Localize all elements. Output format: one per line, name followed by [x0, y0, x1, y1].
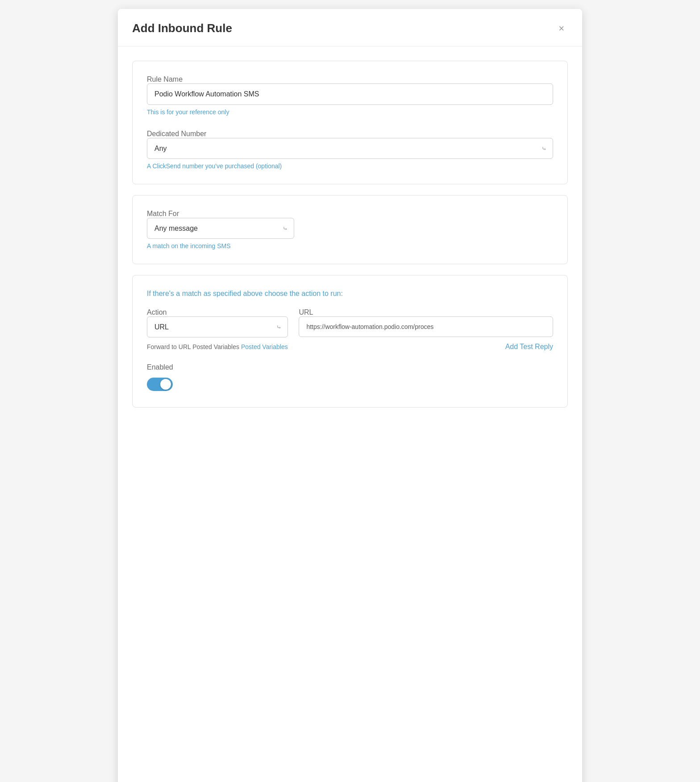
add-inbound-rule-modal: Add Inbound Rule × Rule Name This is for…	[118, 9, 582, 782]
enabled-toggle-wrapper[interactable]	[147, 378, 173, 393]
forward-text: Forward to URL Posted Variables Posted V…	[147, 343, 288, 350]
dedicated-number-field: Dedicated Number Any ⤷ A ClickSend numbe…	[147, 130, 553, 170]
dedicated-number-label: Dedicated Number	[147, 130, 206, 137]
modal-body: Rule Name This is for your reference onl…	[118, 46, 582, 422]
match-for-label: Match For	[147, 210, 179, 217]
action-select-wrapper: URL ⤷	[147, 316, 288, 337]
action-section-note: If there's a match as specified above ch…	[147, 290, 553, 298]
rule-name-label: Rule Name	[147, 75, 183, 83]
url-field: URL	[299, 308, 553, 337]
dedicated-number-helper: A ClickSend number you've purchased (opt…	[147, 162, 553, 170]
toggle-track	[147, 378, 173, 391]
enabled-label: Enabled	[147, 363, 553, 371]
rule-name-input[interactable]	[147, 83, 553, 105]
url-input[interactable]	[299, 316, 553, 337]
action-label: Action	[147, 308, 167, 316]
rule-name-helper: This is for your reference only	[147, 108, 553, 116]
action-url-row: Action URL ⤷ URL	[147, 308, 553, 337]
modal-header: Add Inbound Rule ×	[118, 9, 582, 46]
action-field: Action URL ⤷	[147, 308, 288, 337]
match-for-card: Match For Any message ⤷ A match on the i…	[132, 195, 568, 264]
rule-name-card: Rule Name This is for your reference onl…	[132, 61, 568, 184]
page-title: Add Inbound Rule	[132, 21, 232, 35]
footer-static-text: Forward to URL Posted Variables	[147, 343, 239, 350]
url-label: URL	[299, 308, 313, 316]
dedicated-number-select[interactable]: Any	[147, 138, 553, 159]
action-footer-row: Forward to URL Posted Variables Posted V…	[147, 343, 553, 351]
add-test-reply-button[interactable]: Add Test Reply	[505, 343, 553, 351]
close-button[interactable]: ×	[555, 22, 568, 35]
match-for-select[interactable]: Any message	[147, 218, 294, 239]
toggle-thumb	[160, 379, 171, 390]
enabled-section: Enabled	[147, 363, 553, 393]
action-select[interactable]: URL	[147, 316, 288, 337]
rule-name-field: Rule Name This is for your reference onl…	[147, 75, 553, 116]
match-for-helper: A match on the incoming SMS	[147, 242, 553, 250]
posted-variables-link[interactable]: Posted Variables	[241, 343, 288, 350]
match-for-select-wrapper: Any message ⤷	[147, 218, 294, 239]
action-card: If there's a match as specified above ch…	[132, 275, 568, 408]
dedicated-number-select-wrapper: Any ⤷	[147, 138, 553, 159]
